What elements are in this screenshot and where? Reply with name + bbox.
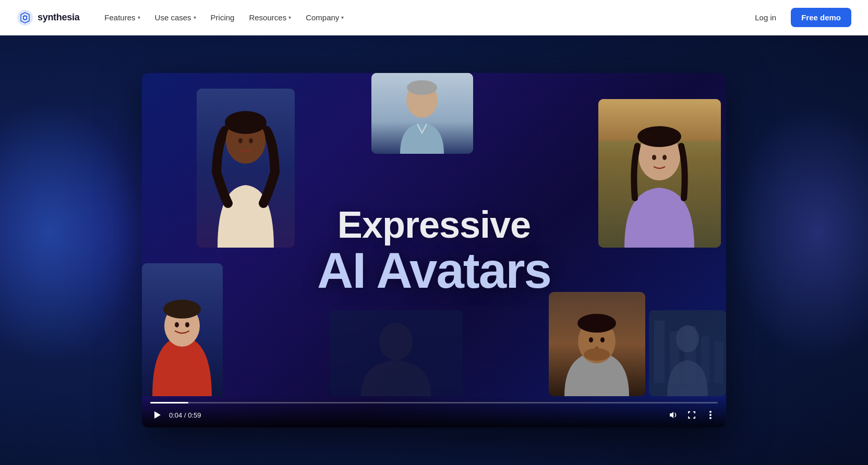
chevron-down-icon: ▾ (341, 15, 344, 20)
nav-item-features[interactable]: Features ▾ (98, 9, 146, 26)
nav-item-pricing[interactable]: Pricing (204, 9, 241, 26)
svg-point-9 (249, 138, 253, 143)
volume-icon (668, 410, 678, 420)
svg-point-38 (709, 414, 712, 416)
synthesia-logo-icon (17, 9, 33, 26)
avatar-card-bottom-right (549, 292, 645, 396)
nav-right: Log in Free demo (746, 8, 851, 27)
video-progress-bar[interactable] (150, 402, 718, 403)
svg-point-22 (379, 323, 413, 360)
nav-left: synthesia Features ▾ Use cases ▾ Pricing… (17, 9, 350, 26)
svg-point-27 (589, 337, 593, 342)
avatar-card-bottom-left (142, 263, 223, 396)
fullscreen-button[interactable] (684, 408, 699, 422)
controls-right (666, 408, 718, 422)
navbar: synthesia Features ▾ Use cases ▾ Pricing… (0, 0, 868, 35)
svg-point-4 (407, 80, 437, 95)
play-icon (152, 410, 162, 420)
svg-point-28 (600, 337, 605, 342)
play-button[interactable] (150, 408, 164, 422)
svg-point-25 (577, 314, 616, 333)
logo-text: synthesia (38, 12, 79, 23)
fullscreen-icon (686, 410, 697, 420)
controls-left: 0:04 / 0:59 (150, 408, 201, 422)
svg-point-20 (185, 322, 189, 327)
svg-point-13 (637, 126, 681, 147)
avatar-card-top-right (598, 99, 721, 248)
svg-rect-34 (714, 341, 724, 383)
logo[interactable]: synthesia (17, 9, 79, 26)
video-controls: 0:04 / 0:59 (142, 397, 726, 427)
svg-rect-30 (654, 321, 665, 383)
nav-links: Features ▾ Use cases ▾ Pricing Resources… (98, 9, 350, 26)
svg-point-39 (709, 417, 712, 419)
svg-point-15 (662, 155, 667, 160)
chevron-down-icon: ▾ (288, 15, 291, 20)
svg-point-1 (24, 16, 27, 19)
more-options-icon (705, 410, 716, 420)
volume-button[interactable] (666, 408, 680, 422)
avatar-card-bottom-center (330, 310, 463, 396)
svg-point-18 (163, 300, 201, 319)
svg-point-7 (225, 111, 267, 134)
chevron-down-icon: ▾ (138, 15, 140, 20)
avatar-card-far-right (649, 310, 726, 396)
video-progress-fill (150, 402, 188, 403)
nav-item-company[interactable]: Company ▾ (299, 9, 350, 26)
avatar-card-top-center (371, 73, 473, 154)
bg-glow-right (727, 102, 868, 363)
svg-point-35 (676, 325, 699, 352)
svg-point-26 (584, 348, 610, 361)
svg-point-8 (238, 138, 243, 143)
controls-row: 0:04 / 0:59 (150, 408, 718, 422)
svg-point-14 (652, 155, 656, 160)
video-player[interactable]: Expressive AI Avatars 0:04 / 0:59 (142, 73, 726, 427)
svg-point-19 (175, 322, 179, 327)
nav-item-usecases[interactable]: Use cases ▾ (149, 9, 202, 26)
time-display: 0:04 / 0:59 (169, 411, 201, 419)
svg-point-37 (709, 411, 712, 413)
main-content: Expressive AI Avatars 0:04 / 0:59 (0, 0, 868, 465)
free-demo-button[interactable]: Free demo (791, 8, 851, 27)
login-button[interactable]: Log in (746, 9, 785, 26)
svg-marker-36 (154, 411, 161, 419)
nav-item-resources[interactable]: Resources ▾ (243, 9, 297, 26)
chevron-down-icon: ▾ (194, 15, 196, 20)
bg-glow-left (0, 102, 141, 363)
more-options-button[interactable] (703, 408, 718, 422)
avatar-card-top-left (197, 89, 295, 248)
